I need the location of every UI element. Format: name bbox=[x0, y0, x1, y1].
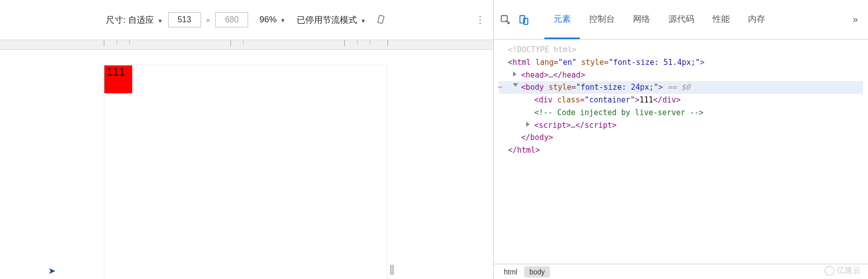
simulated-page[interactable]: 111 bbox=[104, 65, 387, 279]
breadcrumb-html[interactable]: html bbox=[499, 266, 522, 277]
resize-handle[interactable] bbox=[390, 265, 394, 275]
viewport-area: 111 ➤ bbox=[0, 50, 493, 279]
device-toggle-icon[interactable] bbox=[518, 14, 529, 25]
tab-elements[interactable]: 元素 bbox=[544, 0, 580, 39]
dom-html-close[interactable]: </html> bbox=[499, 144, 863, 157]
viewport-panel: 尺寸: 自适应 ▼ × 96% ▼ 已停用节流模式 ▼ ⋮ bbox=[0, 0, 494, 279]
breadcrumb-body[interactable]: body bbox=[524, 266, 549, 277]
zoom-select[interactable]: 96% ▼ bbox=[259, 15, 286, 25]
container-div: 111 bbox=[104, 65, 132, 93]
breadcrumb: html body bbox=[494, 264, 868, 279]
width-input[interactable] bbox=[168, 12, 201, 27]
tabs-overflow-icon[interactable]: » bbox=[849, 14, 862, 25]
dom-div[interactable]: <div class="container">111</div> bbox=[499, 94, 863, 107]
height-input[interactable] bbox=[215, 12, 248, 27]
dom-comment[interactable]: <!-- Code injected by live-server --> bbox=[499, 107, 863, 119]
chevron-down-icon: ▼ bbox=[361, 18, 366, 24]
chevron-down-icon: ▼ bbox=[157, 18, 163, 24]
expand-icon[interactable] bbox=[513, 72, 517, 77]
tab-sources[interactable]: 源代码 bbox=[659, 0, 703, 39]
dom-body-close[interactable]: </body> bbox=[499, 131, 863, 144]
dom-script[interactable]: <script>…</script> bbox=[499, 119, 863, 132]
dom-doctype[interactable]: <!DOCTYPE html> bbox=[499, 44, 863, 56]
rotate-icon[interactable] bbox=[376, 14, 387, 25]
dimension-separator: × bbox=[206, 16, 211, 24]
size-label: 尺寸: 自适应 ▼ bbox=[106, 14, 163, 26]
ruler bbox=[0, 40, 493, 50]
throttle-select[interactable]: 已停用节流模式 ▼ bbox=[297, 14, 366, 26]
tab-memory[interactable]: 内存 bbox=[739, 0, 774, 39]
devtools-tabs: 元素 控制台 网络 源代码 性能 内存 bbox=[544, 0, 774, 39]
device-select[interactable]: 自适应 bbox=[128, 15, 154, 25]
inspect-icon[interactable] bbox=[500, 14, 511, 25]
dom-body-open[interactable]: <body style="font-size: 24px;"> == $0 bbox=[499, 81, 863, 94]
dom-tree[interactable]: <!DOCTYPE html> <html lang="en" style="f… bbox=[494, 40, 868, 264]
more-options-icon[interactable]: ⋮ bbox=[476, 14, 485, 25]
tab-network[interactable]: 网络 bbox=[624, 0, 659, 39]
dom-html-open[interactable]: <html lang="en" style="font-size: 51.4px… bbox=[499, 56, 863, 69]
dom-head[interactable]: <head>…</head> bbox=[499, 69, 863, 82]
devtools-toolbar: 元素 控制台 网络 源代码 性能 内存 » bbox=[494, 0, 868, 40]
expand-icon[interactable] bbox=[526, 122, 530, 127]
chevron-down-icon: ▼ bbox=[280, 17, 286, 23]
device-toolbar: 尺寸: 自适应 ▼ × 96% ▼ 已停用节流模式 ▼ ⋮ bbox=[0, 0, 493, 40]
collapse-icon[interactable] bbox=[513, 83, 518, 87]
svg-rect-0 bbox=[377, 15, 384, 24]
tab-performance[interactable]: 性能 bbox=[703, 0, 739, 39]
devtools-panel: 元素 控制台 网络 源代码 性能 内存 » <!DOCTYPE html> <h… bbox=[494, 0, 868, 279]
tab-console[interactable]: 控制台 bbox=[580, 0, 624, 39]
cursor-icon: ➤ bbox=[48, 265, 56, 276]
